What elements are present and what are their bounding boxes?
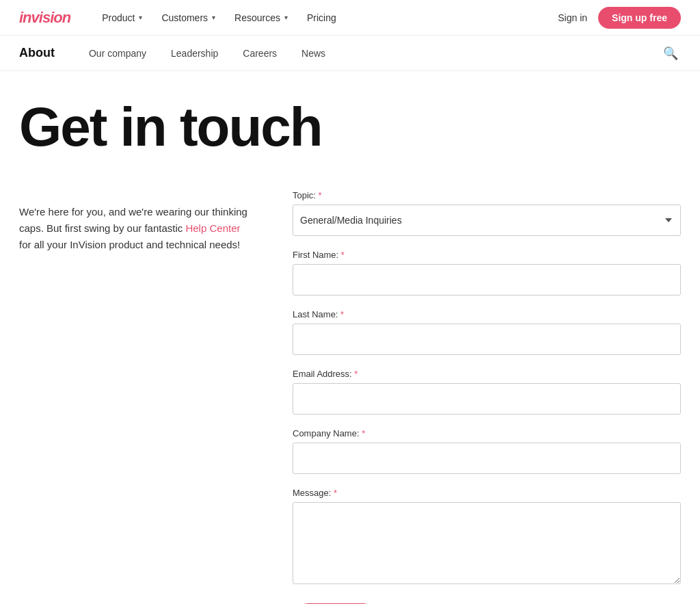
- topic-label: Topic: *: [293, 190, 681, 200]
- sub-nav-right: 🔍: [660, 43, 681, 64]
- sub-nav-links: Our company Leadership Careers News: [77, 36, 660, 71]
- nav-customers[interactable]: Customers ▾: [152, 0, 225, 36]
- nav-resources[interactable]: Resources ▾: [225, 0, 297, 36]
- first-name-input[interactable]: [293, 264, 681, 296]
- company-input[interactable]: [293, 443, 681, 474]
- topic-required: *: [319, 190, 322, 200]
- sub-nav-careers[interactable]: Careers: [230, 36, 289, 71]
- first-name-group: First Name: *: [293, 250, 681, 296]
- contact-layout: We're here for you, and we're wearing ou…: [19, 190, 681, 604]
- sub-nav-title: About: [19, 46, 55, 60]
- topic-group: Topic: * General/Media Inquiries Sales I…: [293, 190, 681, 236]
- sub-nav-our-company[interactable]: Our company: [77, 36, 159, 71]
- last-name-group: Last Name: *: [293, 309, 681, 355]
- nav-pricing[interactable]: Pricing: [297, 0, 346, 36]
- last-name-input[interactable]: [293, 324, 681, 355]
- message-group: Message: *: [293, 488, 681, 584]
- last-name-required: *: [340, 309, 344, 319]
- contact-text-part2: for all your InVision product and techni…: [19, 239, 240, 250]
- topic-select[interactable]: General/Media Inquiries Sales Inquiry Te…: [293, 205, 681, 236]
- sub-nav-leadership[interactable]: Leadership: [159, 36, 230, 71]
- contact-form: Topic: * General/Media Inquiries Sales I…: [293, 190, 681, 604]
- first-name-label: First Name: *: [293, 250, 681, 260]
- logo[interactable]: invision: [19, 9, 70, 27]
- top-nav-links: Product ▾ Customers ▾ Resources ▾ Pricin…: [92, 0, 558, 36]
- search-icon: 🔍: [663, 47, 678, 60]
- chevron-down-icon: ▾: [284, 0, 288, 36]
- sign-in-link[interactable]: Sign in: [558, 12, 587, 23]
- page-title: Get in touch: [19, 99, 681, 156]
- sub-nav-news[interactable]: News: [289, 36, 338, 71]
- chevron-down-icon: ▾: [212, 0, 215, 36]
- first-name-required: *: [341, 250, 345, 260]
- company-group: Company Name: *: [293, 428, 681, 474]
- company-required: *: [362, 428, 365, 438]
- email-group: Email Address: *: [293, 369, 681, 415]
- last-name-label: Last Name: *: [293, 309, 681, 319]
- main-content: Get in touch We're here for you, and we'…: [0, 71, 700, 604]
- nav-product[interactable]: Product ▾: [92, 0, 152, 36]
- email-required: *: [354, 369, 358, 379]
- email-label: Email Address: *: [293, 369, 681, 379]
- sub-navigation: About Our company Leadership Careers New…: [0, 36, 700, 71]
- message-textarea[interactable]: [293, 502, 681, 584]
- company-label: Company Name: *: [293, 428, 681, 438]
- email-input[interactable]: [293, 383, 681, 415]
- message-label: Message: *: [293, 488, 681, 498]
- top-nav-right: Sign in Sign up free: [558, 7, 681, 29]
- top-navigation: invision Product ▾ Customers ▾ Resources…: [0, 0, 700, 36]
- contact-text: We're here for you, and we're wearing ou…: [19, 204, 252, 253]
- contact-description: We're here for you, and we're wearing ou…: [19, 190, 252, 253]
- message-required: *: [334, 488, 337, 498]
- sign-up-button[interactable]: Sign up free: [598, 7, 681, 29]
- help-center-link[interactable]: Help Center: [185, 222, 240, 234]
- search-button[interactable]: 🔍: [660, 43, 681, 64]
- chevron-down-icon: ▾: [139, 0, 142, 36]
